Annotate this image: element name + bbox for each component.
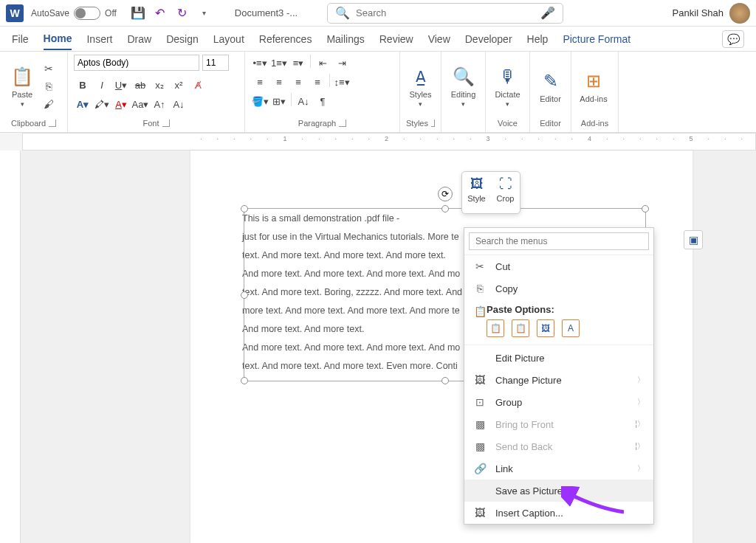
italic-icon[interactable]: I: [93, 77, 111, 93]
editor-icon: ✎: [539, 69, 563, 93]
clear-formatting-icon[interactable]: A̸: [189, 77, 207, 93]
borders-icon[interactable]: ⊞▾: [270, 93, 288, 109]
tab-layout[interactable]: Layout: [213, 29, 244, 49]
increase-indent-icon[interactable]: ⇥: [333, 55, 351, 71]
align-left-icon[interactable]: ≡: [251, 74, 269, 90]
vertical-ruler[interactable]: [0, 151, 21, 543]
shading-icon[interactable]: 🪣▾: [251, 93, 269, 109]
format-painter-icon[interactable]: 🖌: [41, 97, 56, 111]
resize-handle-w[interactable]: [241, 291, 248, 299]
search-input[interactable]: [356, 7, 535, 18]
bold-icon[interactable]: B: [74, 77, 92, 93]
underline-icon[interactable]: U▾: [112, 77, 130, 93]
menu-insert-caption[interactable]: 🖼Insert Caption...: [464, 502, 653, 524]
resize-handle-n[interactable]: [441, 205, 449, 212]
resize-handle-nw[interactable]: [241, 205, 248, 212]
autosave-toggle[interactable]: AutoSave Off: [31, 7, 117, 20]
sort-icon[interactable]: A↓: [295, 93, 312, 109]
font-size-combo[interactable]: [202, 55, 229, 71]
search-box[interactable]: 🔍 🎤: [327, 3, 563, 24]
justify-icon[interactable]: ≡: [309, 74, 326, 90]
grow-font-icon[interactable]: A↑: [151, 96, 168, 112]
highlight-icon[interactable]: 🖍▾: [93, 96, 111, 112]
multilevel-list-icon[interactable]: ≡▾: [289, 55, 307, 71]
tab-references[interactable]: References: [259, 29, 312, 49]
dialog-launcher-icon[interactable]: [431, 120, 435, 127]
resize-handle-s[interactable]: [441, 377, 449, 384]
strikethrough-icon[interactable]: ab: [131, 77, 149, 93]
tab-home[interactable]: Home: [44, 28, 72, 50]
subscript-icon[interactable]: x₂: [151, 77, 168, 93]
scissors-icon: ✂: [473, 260, 487, 272]
paste-picture-icon[interactable]: 🖼: [537, 319, 554, 337]
comments-button[interactable]: 💬: [722, 30, 744, 48]
font-name-combo[interactable]: [74, 55, 199, 71]
dialog-launcher-icon[interactable]: [49, 120, 56, 127]
menu-edit-picture[interactable]: Edit Picture: [464, 347, 653, 369]
tab-insert[interactable]: Insert: [86, 29, 112, 49]
dialog-launcher-icon[interactable]: [162, 120, 170, 127]
menu-search-input[interactable]: [469, 232, 649, 250]
paste-keep-source-icon[interactable]: 📋: [487, 319, 504, 337]
tab-developer[interactable]: Developer: [465, 29, 512, 49]
toggle-switch-icon[interactable]: [74, 7, 100, 20]
resize-handle-ne[interactable]: [642, 205, 649, 212]
undo-icon[interactable]: ↶: [152, 5, 168, 21]
align-center-icon[interactable]: ≡: [270, 74, 288, 90]
qat-dropdown-icon[interactable]: ▾: [196, 5, 213, 21]
menu-copy[interactable]: ⎘Copy: [464, 277, 653, 300]
horizontal-ruler[interactable]: ·····1·····2·····3·····4·····5·····6····…: [0, 133, 756, 151]
tab-draw[interactable]: Draw: [127, 29, 151, 49]
line-spacing-icon[interactable]: ↕≡▾: [333, 74, 351, 90]
decrease-indent-icon[interactable]: ⇤: [314, 55, 331, 71]
tab-help[interactable]: Help: [527, 29, 549, 49]
cut-icon[interactable]: ✂: [41, 61, 56, 76]
paste-text-icon[interactable]: A: [562, 319, 580, 337]
user-account[interactable]: Pankil Shah: [673, 3, 750, 24]
show-marks-icon[interactable]: ¶: [314, 93, 331, 109]
shrink-font-icon[interactable]: A↓: [170, 96, 188, 112]
dialog-launcher-icon[interactable]: [339, 120, 346, 127]
paste-merge-icon[interactable]: 📋: [512, 319, 529, 337]
tab-view[interactable]: View: [428, 29, 450, 49]
menu-cut[interactable]: ✂Cut: [464, 255, 653, 277]
menu-group[interactable]: ⊡Group〉: [464, 391, 653, 413]
redo-icon[interactable]: ↻: [174, 5, 190, 21]
crop-button[interactable]: ⛶Crop: [491, 172, 520, 213]
paste-button[interactable]: 📋 Paste▾: [6, 65, 38, 108]
tab-mailings[interactable]: Mailings: [326, 29, 364, 49]
editor-button[interactable]: ✎Editor: [536, 69, 565, 103]
group-addins-label: Add-ins: [581, 119, 608, 128]
change-case-icon[interactable]: Aa▾: [131, 96, 149, 112]
resize-handle-sw[interactable]: [241, 377, 248, 384]
styles-button[interactable]: A̲Styles▾: [406, 65, 435, 108]
superscript-icon[interactable]: x²: [170, 77, 188, 93]
tab-design[interactable]: Design: [166, 29, 199, 49]
chevron-right-icon: ¦〉: [635, 419, 645, 429]
clipboard-icon: 📋: [464, 300, 487, 317]
menu-save-as-picture[interactable]: Save as Picture...: [464, 480, 653, 502]
menu-change-picture[interactable]: 🖼Change Picture〉: [464, 369, 653, 391]
ribbon-tabs: File Home Insert Draw Design Layout Refe…: [0, 27, 756, 52]
group-icon: ⊡: [473, 396, 487, 408]
dictate-button[interactable]: 🎙Dictate▾: [492, 65, 523, 108]
text-effects-icon[interactable]: A▾: [74, 96, 92, 112]
layout-options-button[interactable]: ▣: [684, 230, 703, 249]
addins-button[interactable]: ⊞Add-ins: [577, 69, 610, 103]
tab-picture-format[interactable]: Picture Format: [563, 29, 630, 49]
tab-file[interactable]: File: [12, 29, 29, 49]
font-color-icon[interactable]: A▾: [112, 96, 130, 112]
mic-icon[interactable]: 🎤: [540, 6, 555, 20]
numbering-icon[interactable]: 1≡▾: [270, 55, 288, 71]
document-title[interactable]: Document3 -...: [235, 7, 298, 18]
editing-button[interactable]: 🔍Editing▾: [447, 65, 479, 108]
copy-icon[interactable]: ⎘: [41, 79, 56, 94]
menu-link[interactable]: 🔗Link〉: [464, 457, 653, 480]
rotate-handle-icon[interactable]: ⟳: [438, 187, 453, 201]
menu-bring-to-front: ▩Bring to Front¦〉: [464, 413, 653, 435]
save-icon[interactable]: 💾: [130, 5, 146, 21]
tab-review[interactable]: Review: [379, 29, 413, 49]
align-right-icon[interactable]: ≡: [289, 74, 307, 90]
bullets-icon[interactable]: •≡▾: [251, 55, 269, 71]
picture-style-button[interactable]: 🖼Style: [462, 172, 491, 213]
